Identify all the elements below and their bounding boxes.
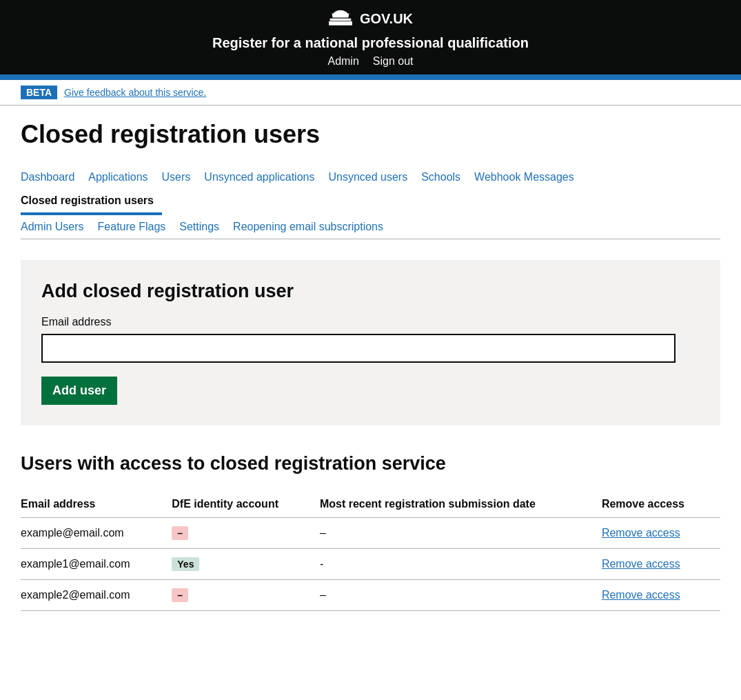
table-head: Email address DfE identity account Most … [21,491,720,518]
remove-access-link[interactable]: Remove access [602,558,680,570]
users-table-section: Users with access to closed registration… [21,453,720,611]
nav-webhook-messages[interactable]: Webhook Messages [474,166,582,189]
feedback-link[interactable]: Give feedback about this service. [64,87,206,98]
svg-rect-1 [329,21,352,26]
cell-remove: Remove access [602,580,720,611]
users-table-heading: Users with access to closed registration… [21,453,720,474]
cell-dfe-badge: Yes [172,549,320,580]
cell-submission-date: - [320,549,602,580]
remove-access-link[interactable]: Remove access [602,527,680,539]
gov-uk-logo[interactable]: GOV.UK [328,7,413,31]
cell-remove: Remove access [602,549,720,580]
nav-applications[interactable]: Applications [88,166,156,189]
cell-submission-date: – [320,518,602,549]
add-section-heading: Add closed registration user [41,281,700,302]
cell-dfe-badge: – [172,518,320,549]
col-submission-date: Most recent registration submission date [320,491,602,518]
secondary-nav: Dashboard Applications Users Unsynced ap… [21,166,720,239]
cell-email: example2@email.com [21,580,172,611]
svg-rect-0 [330,19,352,21]
table-body: example@email.com – – Remove access exam… [21,518,720,611]
cell-email: example1@email.com [21,549,172,580]
dfe-badge-yes: Yes [172,557,199,571]
nav-admin-users[interactable]: Admin Users [21,215,92,239]
add-user-button[interactable]: Add user [41,377,117,405]
col-remove-access: Remove access [602,491,720,518]
site-header: GOV.UK Register for a national professio… [0,0,741,74]
admin-link[interactable]: Admin [327,55,358,68]
nav-row-1: Dashboard Applications Users Unsynced ap… [21,166,720,215]
table-row: example2@email.com – – Remove access [21,580,720,611]
users-table: Email address DfE identity account Most … [21,491,720,611]
email-form-group: Email address [41,316,700,363]
add-user-section: Add closed registration user Email addre… [21,260,720,426]
nav-users[interactable]: Users [162,166,199,189]
nav-row-2: Admin Users Feature Flags Settings Reope… [21,215,397,239]
email-input[interactable] [41,334,676,363]
col-email: Email address [21,491,172,518]
nav-reopening-email[interactable]: Reopening email subscriptions [233,215,392,239]
cell-submission-date: – [320,580,602,611]
nav-settings[interactable]: Settings [179,215,227,239]
nav-schools[interactable]: Schools [421,166,469,189]
dfe-badge-no: – [172,526,188,540]
crown-icon [328,7,353,31]
site-title: Register for a national professional qua… [212,35,529,51]
table-row: example1@email.com Yes - Remove access [21,549,720,580]
dfe-badge-no: – [172,588,188,602]
beta-banner: Beta Give feedback about this service. [0,80,741,106]
sign-out-link[interactable]: Sign out [373,55,414,68]
main-content: Closed registration users Dashboard Appl… [0,106,741,639]
nav-feature-flags[interactable]: Feature Flags [98,215,174,239]
remove-access-link[interactable]: Remove access [602,589,680,601]
cell-dfe-badge: – [172,580,320,611]
cell-email: example@email.com [21,518,172,549]
table-row: example@email.com – – Remove access [21,518,720,549]
nav-closed-registration-users[interactable]: Closed registration users [21,189,162,215]
nav-dashboard[interactable]: Dashboard [21,166,83,189]
blue-bar [0,74,741,80]
gov-uk-text: GOV.UK [360,11,413,27]
page-title: Closed registration users [21,119,720,149]
nav-unsynced-users[interactable]: Unsynced users [328,166,416,189]
header-nav: Admin Sign out [327,55,413,68]
nav-unsynced-applications[interactable]: Unsynced applications [204,166,323,189]
cell-remove: Remove access [602,518,720,549]
beta-tag: Beta [21,86,57,99]
table-header-row: Email address DfE identity account Most … [21,491,720,518]
email-label: Email address [41,316,700,328]
col-dfe-identity: DfE identity account [172,491,320,518]
